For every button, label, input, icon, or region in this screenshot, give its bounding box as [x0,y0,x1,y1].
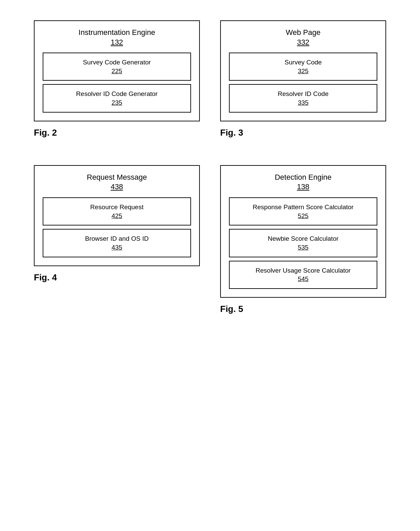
fig3-title-ref: 332 [229,38,377,47]
fig3-label: Fig. 3 [220,127,243,138]
figure-2-block: Instrumentation Engine 132 Survey Code G… [34,20,200,138]
fig3-box-1-label: Resolver ID Code [278,90,329,97]
fig4-box-1: Browser ID and OS ID 435 [43,229,191,257]
fig2-label: Fig. 2 [34,127,57,138]
fig2-diagram: Instrumentation Engine 132 Survey Code G… [34,20,200,121]
fig3-box-1: Resolver ID Code 335 [229,84,377,112]
figure-4-block: Request Message 438 Resource Request 425… [34,165,200,314]
fig4-diagram: Request Message 438 Resource Request 425… [34,165,200,266]
fig4-box-0: Resource Request 425 [43,197,191,225]
fig2-box-0-label: Survey Code Generator [83,59,151,66]
fig2-box-1-ref: 235 [49,98,185,107]
fig3-box-1-ref: 335 [235,98,371,107]
fig5-title: Detection Engine 138 [229,173,377,192]
fig4-box-1-label: Browser ID and OS ID [85,235,149,242]
fig5-diagram: Detection Engine 138 Response Pattern Sc… [220,165,386,298]
fig5-box-0-label: Response Pattern Score Calculator [253,203,354,211]
fig3-title-text: Web Page [286,28,320,37]
fig3-title: Web Page 332 [229,28,377,47]
fig4-box-1-ref: 435 [49,243,185,252]
fig5-box-2-label: Resolver Usage Score Calculator [256,267,351,274]
fig2-box-0-ref: 225 [49,67,185,76]
fig4-box-0-label: Resource Request [90,203,143,211]
fig5-box-0: Response Pattern Score Calculator 525 [229,197,377,225]
fig2-title: Instrumentation Engine 132 [43,28,191,47]
fig5-box-1-ref: 535 [235,243,371,252]
fig3-box-0: Survey Code 325 [229,53,377,81]
fig5-title-text: Detection Engine [275,173,332,181]
fig5-box-1: Newbie Score Calculator 535 [229,229,377,257]
fig5-box-2-ref: 545 [235,275,371,283]
figure-3-block: Web Page 332 Survey Code 325 Resolver ID… [220,20,386,138]
fig2-title-ref: 132 [43,38,191,47]
fig2-box-0: Survey Code Generator 225 [43,53,191,81]
fig2-title-text: Instrumentation Engine [79,28,155,37]
fig5-box-0-ref: 525 [235,212,371,220]
fig3-box-0-ref: 325 [235,67,371,76]
fig3-box-0-label: Survey Code [285,59,322,66]
fig4-box-0-ref: 425 [49,212,185,220]
fig5-title-ref: 138 [229,182,377,192]
fig5-label: Fig. 5 [220,304,243,314]
fig4-title: Request Message 438 [43,173,191,192]
fig4-title-ref: 438 [43,182,191,192]
fig2-box-1-label: Resolver ID Code Generator [76,90,158,97]
figure-5-block: Detection Engine 138 Response Pattern Sc… [220,165,386,314]
fig5-box-2: Resolver Usage Score Calculator 545 [229,261,377,289]
fig5-box-1-label: Newbie Score Calculator [268,235,338,242]
fig4-title-text: Request Message [87,173,147,181]
fig2-box-1: Resolver ID Code Generator 235 [43,84,191,112]
fig3-diagram: Web Page 332 Survey Code 325 Resolver ID… [220,20,386,121]
fig4-label: Fig. 4 [34,272,57,283]
